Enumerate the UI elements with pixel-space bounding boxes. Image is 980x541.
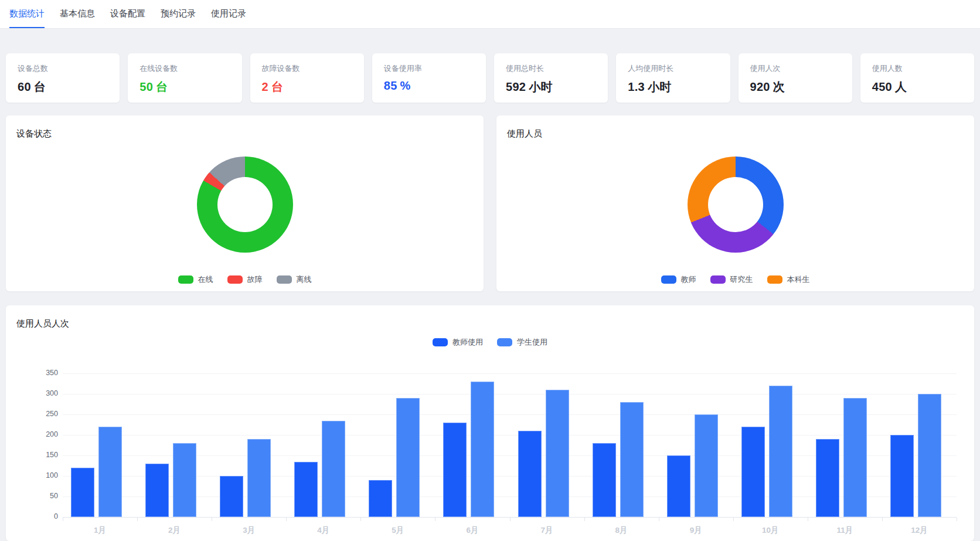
device-status-donut-chart	[197, 156, 293, 253]
y-axis-tick-label: 100	[23, 471, 58, 479]
y-axis-tick-label: 350	[23, 369, 58, 377]
y-axis-tick-label: 150	[23, 451, 58, 459]
stat-card-label: 使用总时长	[506, 63, 596, 74]
legend-swatch-icon	[661, 275, 676, 284]
x-axis-month-label: 1月	[63, 525, 137, 536]
donut-panels-row: 设备状态 在线故障离线 使用人员 教师研究生本科生	[6, 115, 974, 291]
x-axis-month-label: 6月	[435, 525, 509, 536]
stat-card: 使用人数450人	[860, 53, 974, 103]
bar-student	[322, 421, 345, 518]
bar-teacher	[220, 476, 243, 517]
legend-item[interactable]: 研究生	[710, 274, 753, 285]
user-type-legend: 教师研究生本科生	[496, 274, 974, 285]
bar-teacher	[741, 427, 765, 517]
legend-item[interactable]: 在线	[178, 274, 213, 285]
stat-card-unit: 台	[34, 80, 46, 93]
stat-card-label: 设备总数	[18, 63, 108, 74]
x-axis-tick	[882, 518, 883, 521]
legend-swatch-icon	[767, 275, 782, 284]
bar-teacher	[443, 423, 467, 517]
x-axis-tick	[212, 518, 212, 521]
tab-bar: 数据统计基本信息设备配置预约记录使用记录	[0, 0, 980, 29]
stat-cards-row: 设备总数60台在线设备数50台故障设备数2台设备使用率85%使用总时长592小时…	[6, 53, 974, 103]
stat-card-value: 2	[262, 80, 268, 93]
x-axis-tick	[435, 518, 435, 521]
y-axis-tick-label: 200	[23, 430, 58, 438]
bar-student	[769, 386, 792, 517]
panel-title: 设备状态	[16, 128, 52, 139]
bar-student	[546, 390, 569, 517]
gridline	[63, 394, 957, 394]
bar-student	[396, 398, 420, 517]
legend-item[interactable]: 故障	[227, 274, 263, 285]
x-axis-tick	[137, 518, 138, 521]
stat-card-value: 920	[750, 80, 770, 93]
bar-teacher	[890, 435, 914, 517]
legend-item[interactable]: 教师	[661, 274, 696, 285]
x-axis-tick	[584, 518, 585, 521]
x-axis-tick	[808, 518, 808, 521]
bar-teacher	[369, 480, 392, 517]
panel-title: 使用人员	[507, 128, 542, 139]
stat-card-value: 50	[139, 80, 153, 93]
legend-item[interactable]: 本科生	[767, 274, 810, 285]
gridline	[63, 435, 957, 435]
x-axis-month-label: 2月	[137, 525, 212, 536]
bar-student	[471, 382, 494, 517]
x-axis-month-label: 9月	[659, 525, 733, 536]
y-axis-tick-label: 50	[23, 492, 58, 500]
x-axis-month-label: 10月	[733, 525, 808, 536]
stat-card-unit: 次	[773, 80, 785, 93]
stat-card: 使用人次920次	[739, 53, 852, 103]
stat-card-label: 设备使用率	[384, 63, 474, 74]
legend-swatch-icon	[710, 275, 726, 284]
tab-item-3[interactable]: 设备配置	[110, 0, 145, 28]
bar-student	[843, 398, 867, 517]
bar-student	[620, 402, 644, 517]
x-axis-tick	[733, 518, 734, 521]
user-type-panel: 使用人员 教师研究生本科生	[496, 115, 974, 291]
usage-bar-chart: 0501001502002503003501月2月3月4月5月6月7月8月9月1…	[6, 305, 974, 541]
x-axis-month-label: 11月	[808, 525, 882, 536]
bar-student	[98, 427, 122, 517]
donut-hole	[708, 177, 763, 232]
donut-hole	[217, 177, 273, 232]
x-axis-month-label: 5月	[360, 525, 435, 536]
stat-card-label: 使用人数	[872, 63, 962, 74]
x-axis-month-label: 3月	[212, 525, 286, 536]
device-status-legend: 在线故障离线	[6, 274, 484, 285]
bar-teacher	[667, 455, 690, 517]
stat-card: 使用总时长592小时	[494, 53, 608, 103]
legend-label: 离线	[297, 274, 312, 285]
bar-student	[247, 439, 271, 517]
stat-card-unit: %	[400, 79, 411, 92]
legend-swatch-icon	[227, 275, 243, 284]
legend-label: 教师	[681, 274, 696, 285]
bar-teacher	[145, 464, 169, 517]
tab-item-1[interactable]: 数据统计	[9, 0, 45, 28]
stat-card: 设备使用率85%	[372, 53, 486, 103]
tab-item-4[interactable]: 预约记录	[161, 0, 196, 28]
stat-card-unit: 台	[271, 80, 283, 93]
stat-card-value: 1.3	[628, 80, 645, 93]
stat-card-unit: 人	[895, 80, 907, 93]
bar-teacher	[816, 439, 839, 517]
gridline	[63, 373, 957, 374]
stat-card: 在线设备数50台	[128, 53, 241, 103]
bar-teacher	[593, 443, 616, 517]
legend-item[interactable]: 离线	[277, 274, 312, 285]
tab-item-5[interactable]: 使用记录	[211, 0, 246, 28]
stat-card-unit: 小时	[529, 80, 553, 93]
stat-card-value: 85	[384, 79, 397, 92]
tab-item-2[interactable]: 基本信息	[60, 0, 95, 28]
stat-card-value: 450	[872, 80, 892, 93]
gridline	[63, 414, 957, 415]
legend-label: 在线	[198, 274, 213, 285]
bar-student	[695, 414, 718, 517]
x-axis-tick	[63, 518, 63, 521]
user-type-donut-chart	[688, 156, 784, 253]
x-axis-tick	[957, 518, 957, 521]
stat-card: 故障设备数2台	[250, 53, 364, 103]
stat-card-value: 60	[18, 80, 31, 93]
x-axis-month-label: 7月	[510, 525, 584, 536]
